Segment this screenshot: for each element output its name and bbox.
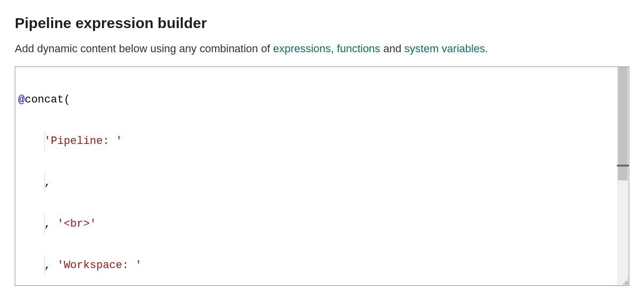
svg-line-1 [625, 281, 628, 284]
token-open-paren: ( [64, 94, 70, 106]
scrollbar-marker [617, 165, 629, 167]
link-expressions[interactable]: expressions, [273, 42, 334, 55]
token-function: concat [25, 94, 64, 106]
token-string: 'Workspace: ' [57, 259, 142, 272]
token-comma: , [44, 176, 51, 189]
link-system-variables[interactable]: system variables. [404, 42, 488, 55]
link-functions[interactable]: functions [337, 42, 380, 55]
token-string: 'Pipeline: ' [44, 135, 122, 147]
expression-editor[interactable]: @concat( 'Pipeline: ' , , '<br>' , 'Work… [15, 67, 629, 286]
scrollbar-thumb[interactable] [618, 67, 628, 180]
svg-line-0 [623, 279, 628, 284]
svg-line-2 [627, 283, 628, 284]
token-comma: , [44, 259, 51, 272]
subtitle-prefix: Add dynamic content below using any comb… [15, 42, 273, 55]
token-at: @ [18, 94, 25, 106]
token-string: '<br>' [57, 218, 96, 230]
subtitle: Add dynamic content below using any comb… [15, 41, 629, 57]
code-area[interactable]: @concat( 'Pipeline: ' , , '<br>' , 'Work… [15, 67, 617, 285]
token-comma: , [44, 218, 51, 230]
vertical-scrollbar[interactable] [617, 67, 629, 285]
page-title: Pipeline expression builder [15, 15, 629, 32]
resize-grip-icon [621, 278, 628, 285]
